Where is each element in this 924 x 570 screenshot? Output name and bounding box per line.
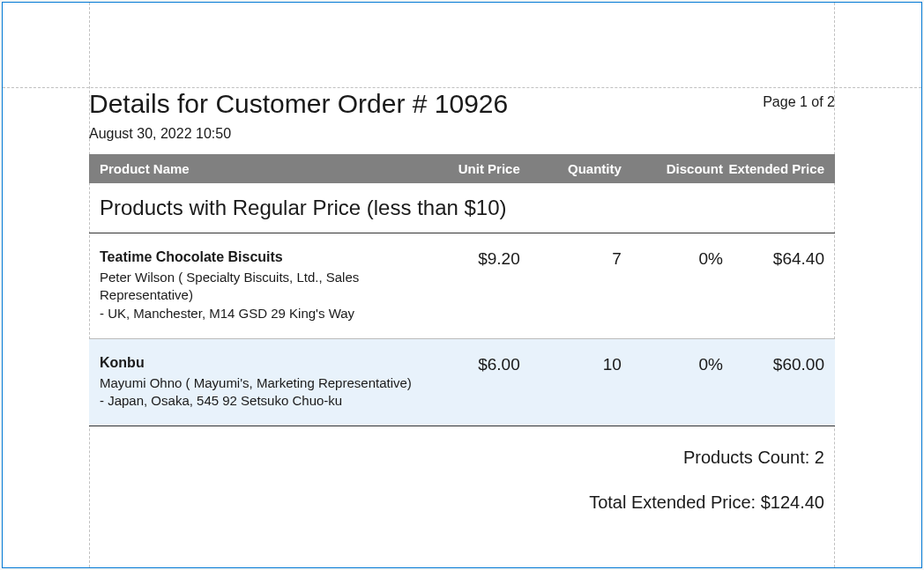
- report-content: Details for Customer Order # 10926 Page …: [89, 89, 835, 567]
- table-header: Product Name Unit Price Quantity Discoun…: [89, 154, 835, 183]
- extended-cell: $60.00: [723, 355, 824, 374]
- col-unit-price: Unit Price: [419, 161, 520, 176]
- product-contact: Mayumi Ohno ( Mayumi's, Marketing Repres…: [100, 374, 419, 392]
- report-date: August 30, 2022 10:50: [89, 126, 835, 142]
- col-discount: Discount: [622, 161, 723, 176]
- report-page: Details for Customer Order # 10926 Page …: [2, 2, 922, 568]
- product-cell: Konbu Mayumi Ohno ( Mayumi's, Marketing …: [100, 355, 419, 411]
- total-extended-price: Total Extended Price: $124.40: [89, 492, 824, 513]
- unit-price-cell: $9.20: [419, 249, 520, 269]
- discount-cell: 0%: [622, 249, 723, 269]
- unit-price-cell: $6.00: [419, 355, 520, 374]
- quantity-cell: 7: [520, 249, 622, 269]
- product-cell: Teatime Chocolate Biscuits Peter Wilson …: [100, 249, 419, 322]
- product-name: Teatime Chocolate Biscuits: [100, 249, 419, 265]
- col-product-name: Product Name: [100, 161, 419, 176]
- group-header: Products with Regular Price (less than $…: [89, 183, 835, 233]
- col-quantity: Quantity: [520, 161, 622, 176]
- products-count: Products Count: 2: [89, 448, 824, 468]
- quantity-cell: 10: [520, 355, 622, 374]
- product-name: Konbu: [100, 355, 419, 371]
- discount-cell: 0%: [622, 355, 723, 374]
- table-row: Teatime Chocolate Biscuits Peter Wilson …: [89, 233, 835, 339]
- report-title: Details for Customer Order # 10926: [89, 89, 508, 119]
- product-contact: Peter Wilson ( Specialty Biscuits, Ltd.,…: [100, 269, 419, 305]
- margin-guide-top: [3, 87, 921, 88]
- product-address: - Japan, Osaka, 545 92 Setsuko Chuo-ku: [100, 392, 419, 410]
- col-extended-price: Extended Price: [723, 161, 824, 176]
- table-row: Konbu Mayumi Ohno ( Mayumi's, Marketing …: [89, 339, 835, 427]
- extended-cell: $64.40: [723, 249, 824, 269]
- summary-block: Products Count: 2 Total Extended Price: …: [89, 426, 835, 513]
- product-address: - UK, Manchester, M14 GSD 29 King's Way: [100, 305, 419, 322]
- page-indicator: Page 1 of 2: [763, 89, 835, 110]
